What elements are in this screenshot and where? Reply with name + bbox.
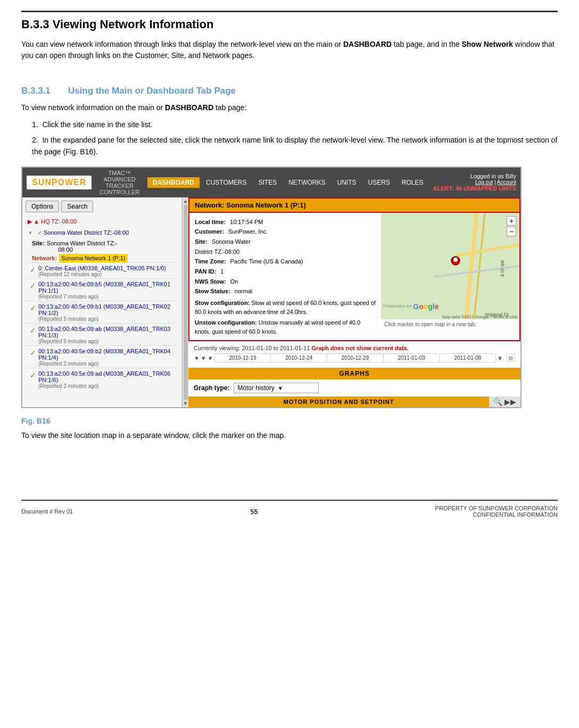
tl-date-4[interactable]: 2011-01-08 bbox=[440, 354, 495, 362]
map-area[interactable]: + − 8th St E POWERED BY Google bbox=[381, 213, 519, 319]
svg-point-7 bbox=[453, 258, 458, 262]
no-current-data: Graph does not show current data. bbox=[311, 345, 408, 351]
unit-id-2[interactable]: 00:13:a2:00:40:5e:09:b1 (M0338_AREA01_TR… bbox=[38, 303, 176, 316]
local-time-row: Local time: 10:17:54 PM bbox=[195, 217, 376, 227]
unit-reported-4: (Reported 2 minutes ago) bbox=[38, 361, 176, 367]
unit-id-1[interactable]: 00:13:a2:00:40:5e:09:b5 (M0338_AREA01_TR… bbox=[38, 281, 176, 294]
network-info-left: Local time: 10:17:54 PM Customer: SunPow… bbox=[189, 213, 381, 341]
search-button[interactable]: Search bbox=[61, 201, 93, 212]
graph-type-label: Graph type: bbox=[194, 384, 229, 392]
site-row-right: Site: Sonoma Water bbox=[195, 237, 376, 247]
network-selected[interactable]: Sonoma Network 1 (P:1) bbox=[59, 254, 127, 262]
stow-config-text: Stow configuration: Stow at wind speed o… bbox=[195, 299, 376, 316]
sidebar: Options Search ▶ ▲ HQ TZ:-08:00 ▼ ✓ Sono… bbox=[22, 197, 182, 408]
motor-camera-icon[interactable]: 🔍 bbox=[493, 398, 502, 406]
tab-roles[interactable]: ROLES bbox=[396, 177, 429, 188]
dashboard-bold: DASHBOARD bbox=[343, 40, 392, 48]
map-click-text: Click marker to open map in a new tab. bbox=[381, 319, 519, 329]
sidebar-wrapper: Options Search ▶ ▲ HQ TZ:-08:00 ▼ ✓ Sono… bbox=[22, 197, 188, 408]
tab-customers[interactable]: CUSTOMERS bbox=[201, 177, 252, 188]
timeline-bar[interactable]: ▼ ▼ ▼ 2010-12-19 2010-12-24 2010-12-29 2… bbox=[194, 353, 515, 362]
fig-caption: Fig. B16 bbox=[21, 417, 558, 425]
sonoma-water-district-item[interactable]: ✓ Sonoma Water District TZ:-08:00 bbox=[35, 228, 131, 238]
unit-item-5[interactable]: ✓ 00:13:a2:00:40:5e:09:ad (M0338_AREA01_… bbox=[26, 368, 178, 390]
page-footer: Document # Rev 01 55 PROPERTY OF SUNPOWE… bbox=[21, 500, 558, 522]
tl-arrow-left-3[interactable]: ▼ bbox=[208, 355, 213, 361]
tab-sites[interactable]: SITES bbox=[253, 177, 282, 188]
tl-date-2[interactable]: 2010-12-29 bbox=[327, 354, 384, 362]
motor-position-bar: MOTOR POSITION AND SETPOINT bbox=[188, 396, 489, 407]
unit-item-0[interactable]: ✓ 0: Center-East (M0338_AREA01_TRK05 PN:… bbox=[26, 262, 178, 278]
district-tz-row: District TZ:-08:00 bbox=[195, 247, 376, 257]
log-out-account[interactable]: Log out | Account bbox=[433, 179, 516, 185]
right-panel: Network: Sonoma Network 1 (P:1) Local ti… bbox=[188, 197, 520, 408]
footer-left: Document # Rev 01 bbox=[21, 508, 73, 515]
sidebar-buttons: Options Search bbox=[26, 201, 178, 212]
tl-dates: 2010-12-19 2010-12-24 2010-12-29 2011-01… bbox=[214, 353, 496, 362]
unit-id-5[interactable]: 00:13:a2:00:40:5e:09:ad (M0338_AREA01_TR… bbox=[38, 370, 176, 383]
tab-networks[interactable]: NETWORKS bbox=[283, 177, 330, 188]
pan-id-row: PAN ID: 1 bbox=[195, 267, 376, 277]
graph-type-select[interactable]: Motor history ▼ bbox=[234, 383, 319, 393]
tl-date-0[interactable]: 2010-12-19 bbox=[215, 354, 271, 362]
tab-units[interactable]: UNITS bbox=[332, 177, 362, 188]
scroll-up-arrow[interactable]: ▲ bbox=[183, 198, 188, 204]
logged-in-text: Logged in as Billy bbox=[433, 173, 516, 179]
logout-link[interactable]: Log out bbox=[475, 179, 493, 185]
tl-arrow-right[interactable]: ▼ bbox=[497, 355, 503, 361]
tab-dashboard[interactable]: DASHBOARD bbox=[147, 177, 200, 188]
unit-reported-1: (Reported 7 minutes ago) bbox=[38, 294, 176, 300]
tl-arrow-left-1[interactable]: ▼ bbox=[194, 355, 200, 361]
sunpower-logo: SUNPOWER bbox=[27, 176, 92, 189]
tl-arrow-left-2[interactable]: ▼ bbox=[201, 355, 206, 361]
timezone-row: Time Zone: Pacific Time (US & Canada) bbox=[195, 257, 376, 267]
graphs-row: Graph type: Motor history ▼ bbox=[188, 379, 520, 396]
nav-right-info: Logged in as Billy Log out | Account ALE… bbox=[433, 173, 516, 192]
unit-item-3[interactable]: ✓ 00:13:a2:00:40:5e:09:ab (M0338_AREA01_… bbox=[26, 323, 178, 345]
nws-stow-row: NWS Stow: On bbox=[195, 277, 376, 287]
tl-date-3[interactable]: 2011-01-03 bbox=[384, 354, 440, 362]
road-label: 8th St E bbox=[500, 260, 505, 277]
unit-reported-2: (Reported 5 minutes ago) bbox=[38, 316, 176, 322]
content-area: Options Search ▶ ▲ HQ TZ:-08:00 ▼ ✓ Sono… bbox=[22, 197, 520, 408]
section-heading: B.3.3.1 Using the Main or Dashboard Tab … bbox=[21, 86, 558, 96]
account-link[interactable]: Account bbox=[497, 179, 516, 185]
network-header: Network: Sonoma Network 1 (P:1) bbox=[188, 197, 520, 213]
site-row: Site: Sonoma Water District TZ:- 08:00 bbox=[26, 239, 178, 253]
motor-export-icon[interactable]: ▶▶ bbox=[504, 398, 516, 406]
scroll-down-arrow[interactable]: ▼ bbox=[183, 401, 188, 406]
tmac-title: TMAC™ ADVANCED TRACKER CONTROLLER bbox=[96, 170, 143, 195]
network-info-area: Local time: 10:17:54 PM Customer: SunPow… bbox=[188, 213, 520, 342]
step-2: 2. In the expanded pane for the selected… bbox=[32, 134, 558, 158]
unit-id-4[interactable]: 00:13:a2:00:40:5e:09:b2 (M0338_AREA01_TR… bbox=[38, 348, 176, 361]
check-icon-0: ✓ bbox=[30, 266, 36, 274]
unit-id-0[interactable]: 0: Center-East (M0338_AREA01_TRK05 PN:1/… bbox=[38, 265, 166, 271]
customer-row: Customer: SunPower, Inc. bbox=[195, 227, 376, 237]
unstow-config-text: Unstow configuration: Unstow manually at… bbox=[195, 318, 376, 336]
sidebar-scrollbar[interactable]: ▲ ▼ bbox=[182, 197, 188, 408]
options-button[interactable]: Options bbox=[26, 201, 59, 212]
unit-item-1[interactable]: ✓ 00:13:a2:00:40:5e:09:b5 (M0338_AREA01_… bbox=[26, 278, 178, 301]
nav-bar: SUNPOWER TMAC™ ADVANCED TRACKER CONTROLL… bbox=[22, 168, 520, 197]
timeline-area: Currently viewing: 2011-01-10 to 2011-01… bbox=[188, 341, 520, 368]
step-1: 1. Click the site name in the site list. bbox=[32, 119, 558, 130]
check-icon-5: ✓ bbox=[30, 371, 36, 379]
page-title: B.3.3 Viewing Network Information bbox=[21, 18, 558, 31]
top-border bbox=[21, 11, 558, 12]
nav-tabs[interactable]: DASHBOARD CUSTOMERS SITES NETWORKS UNITS… bbox=[147, 177, 429, 188]
stow-status-row: Stow Status: normal bbox=[195, 286, 376, 296]
zoom-out-button[interactable]: − bbox=[507, 227, 516, 236]
tl-calendar-icon[interactable]: ▦ bbox=[506, 354, 515, 362]
unit-reported-0: (Reported 12 minutes ago) bbox=[38, 271, 166, 277]
map-zoom-controls: + − bbox=[507, 216, 516, 236]
motor-icons-area: 🔍 ▶▶ bbox=[489, 396, 520, 407]
check-icon-4: ✓ bbox=[30, 349, 36, 357]
unit-item-4[interactable]: ✓ 00:13:a2:00:40:5e:09:b2 (M0338_AREA01_… bbox=[26, 345, 178, 368]
unit-reported-3: (Reported 5 minutes ago) bbox=[38, 338, 176, 344]
tab-users[interactable]: USERS bbox=[363, 177, 395, 188]
unit-item-2[interactable]: ✓ 00:13:a2:00:40:5e:09:b1 (M0338_AREA01_… bbox=[26, 301, 178, 323]
zoom-in-button[interactable]: + bbox=[507, 216, 516, 226]
tl-date-1[interactable]: 2010-12-24 bbox=[271, 354, 327, 362]
hq-item[interactable]: ▶ ▲ HQ TZ:-08:00 bbox=[26, 217, 178, 227]
unit-id-3[interactable]: 00:13:a2:00:40:5e:09:ab (M0338_AREA01_TR… bbox=[38, 326, 176, 338]
